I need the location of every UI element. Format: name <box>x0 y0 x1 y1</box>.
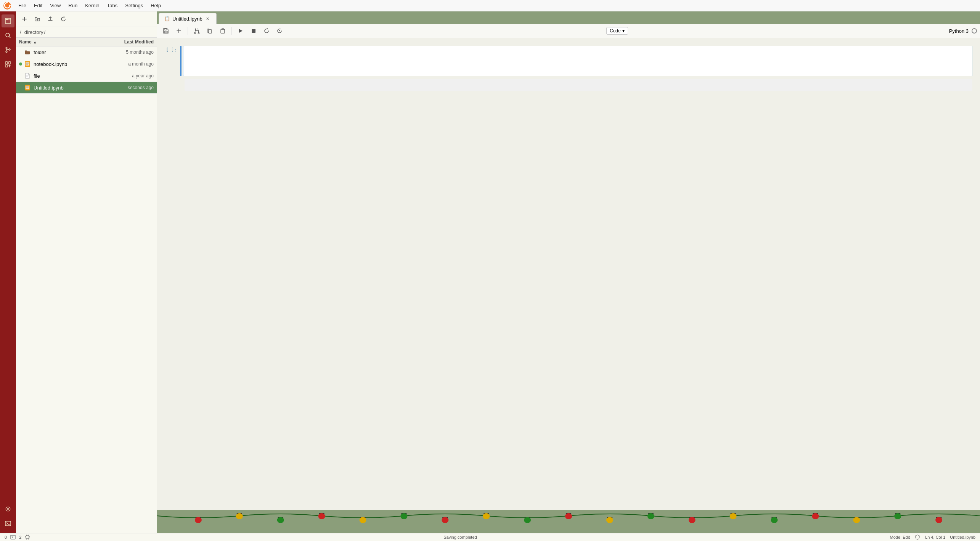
notebook-toolbar: Code ▾ Python 3 <box>157 24 980 38</box>
svg-point-59 <box>894 513 901 519</box>
restart-run-all-btn[interactable] <box>274 26 285 36</box>
upload-btn[interactable] <box>45 14 56 24</box>
svg-point-6 <box>6 47 7 49</box>
svg-rect-9 <box>8 62 11 64</box>
christmas-lights <box>157 510 980 533</box>
status-left: 0 2 <box>5 534 31 540</box>
svg-point-33 <box>360 517 366 523</box>
cut-btn[interactable] <box>191 26 202 36</box>
col-name-header[interactable]: Name ▲ <box>19 39 96 45</box>
file-modified: 5 months ago <box>96 50 154 55</box>
svg-rect-21 <box>209 30 212 33</box>
toolbar-divider <box>188 27 188 35</box>
file-row[interactable]: folder 5 months ago <box>16 46 157 58</box>
svg-point-25 <box>195 517 202 523</box>
svg-point-31 <box>318 513 325 519</box>
position-label: Ln 4, Col 1 <box>925 535 945 539</box>
toolbar-divider2 <box>231 27 232 35</box>
refresh-btn[interactable] <box>58 14 69 24</box>
svg-point-11 <box>7 508 9 510</box>
status-saving: Saving completed <box>31 535 890 539</box>
cell-prompt: [ ]: <box>166 47 177 53</box>
notebook-content-area: 📋 Untitled.ipynb ✕ <box>157 11 980 533</box>
svg-rect-12 <box>5 521 11 526</box>
cell-active-bar <box>180 46 182 76</box>
svg-rect-16 <box>26 86 29 89</box>
svg-point-49 <box>689 517 696 523</box>
cell-gutter: [ ]: <box>157 46 180 53</box>
running-indicator <box>19 74 22 77</box>
status-bar: 0 2 Saving completed Mode: Edit Ln 4, Co… <box>0 533 980 541</box>
menu-tabs[interactable]: Tabs <box>104 2 120 9</box>
file-row[interactable]: file a year ago <box>16 70 157 82</box>
restart-btn[interactable] <box>261 26 272 36</box>
status-two: 2 <box>19 535 21 539</box>
cell-type-label: Code <box>610 28 621 34</box>
svg-point-43 <box>565 513 572 519</box>
files-icon-btn[interactable] <box>2 14 14 27</box>
copy-btn[interactable] <box>204 26 215 36</box>
status-zero: 0 <box>5 535 7 539</box>
stop-btn[interactable] <box>248 26 259 36</box>
svg-rect-23 <box>252 29 255 33</box>
file-modified: a month ago <box>96 61 154 67</box>
new-file-btn[interactable] <box>19 14 30 24</box>
menu-help[interactable]: Help <box>148 2 164 9</box>
menu-run[interactable]: Run <box>65 2 80 9</box>
svg-point-29 <box>277 517 284 523</box>
notebook-cells: [ ]: <box>157 38 980 510</box>
svg-point-41 <box>524 517 531 523</box>
svg-rect-14 <box>26 62 29 66</box>
tab-bar: 📋 Untitled.ipynb ✕ <box>157 11 980 24</box>
file-row[interactable]: notebook.ipynb a month ago <box>16 58 157 70</box>
save-btn[interactable] <box>160 26 172 36</box>
menu-edit[interactable]: Edit <box>31 2 45 9</box>
tab-close-btn[interactable]: ✕ <box>205 16 211 22</box>
cell-type-dropdown[interactable]: Code ▾ <box>606 27 628 35</box>
add-cell-btn[interactable] <box>173 26 185 36</box>
kernel-status-icon <box>972 28 977 34</box>
svg-point-45 <box>606 517 613 523</box>
git-icon-btn[interactable] <box>2 43 14 56</box>
running-dot <box>19 62 22 66</box>
cell-container: [ ]: <box>157 46 980 76</box>
svg-rect-3 <box>6 19 8 20</box>
running-indicator <box>19 51 22 54</box>
run-btn[interactable] <box>235 26 246 36</box>
tab-title: Untitled.ipynb <box>172 16 202 22</box>
filename-label: Untitled.ipynb <box>950 535 975 539</box>
new-folder-btn[interactable] <box>32 14 43 24</box>
menu-kernel[interactable]: Kernel <box>82 2 103 9</box>
menu-settings[interactable]: Settings <box>122 2 146 9</box>
extensions-icon-btn[interactable] <box>2 58 14 71</box>
terminal-icon-btn[interactable] <box>2 517 14 530</box>
menu-view[interactable]: View <box>47 2 64 9</box>
file-name: notebook.ipynb <box>34 61 96 67</box>
mode-label: Mode: Edit <box>890 535 910 539</box>
svg-rect-18 <box>164 31 167 33</box>
file-toolbar <box>16 11 157 27</box>
status-cpu-icon <box>24 534 31 540</box>
output-container <box>157 79 980 91</box>
search-icon-btn[interactable] <box>2 29 14 42</box>
paste-btn[interactable] <box>217 26 228 36</box>
file-row-selected[interactable]: Untitled.ipynb seconds ago <box>16 82 157 94</box>
svg-point-35 <box>400 513 407 519</box>
svg-point-57 <box>853 517 860 523</box>
notebook-tab[interactable]: 📋 Untitled.ipynb ✕ <box>159 13 217 24</box>
svg-point-61 <box>935 517 942 523</box>
svg-point-1 <box>9 5 11 6</box>
file-table: Name ▲ Last Modified folder 5 months ago <box>16 38 157 533</box>
menubar: File Edit View Run Kernel Tabs Settings … <box>0 0 980 11</box>
file-modified: a year ago <box>96 73 154 78</box>
col-modified-header[interactable]: Last Modified <box>96 39 154 45</box>
settings-icon-btn[interactable] <box>2 503 14 515</box>
file-browser: / directory / Name ▲ Last Modified <box>16 11 157 533</box>
cell-output <box>185 79 972 91</box>
breadcrumb-slash: / <box>20 29 21 35</box>
menu-file[interactable]: File <box>15 2 29 9</box>
code-cell[interactable] <box>183 46 972 76</box>
breadcrumb-directory[interactable]: directory <box>24 29 43 35</box>
file-icon <box>24 72 31 80</box>
svg-rect-10 <box>5 65 8 67</box>
